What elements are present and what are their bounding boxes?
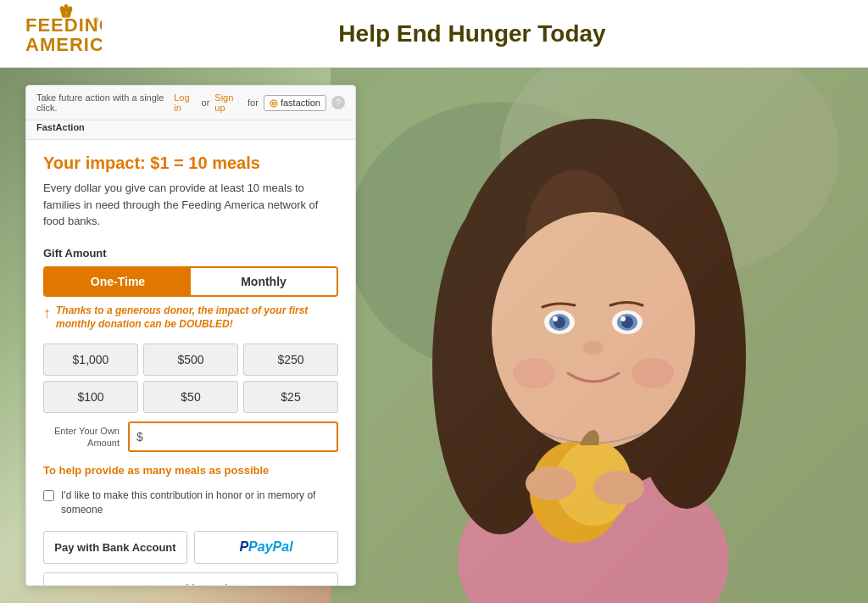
pay-bank-button[interactable]: Pay with Bank Account [43,531,187,564]
dollar-sign: $ [136,430,143,444]
login-link[interactable]: Log in [174,92,196,113]
help-button[interactable]: ? [331,96,345,109]
impact-desc: Every dollar you give can provide at lea… [43,180,338,230]
amount-btn-1000[interactable]: $1,000 [43,343,138,376]
amount-grid: $1,000 $500 $250 $100 $50 $25 [43,343,338,413]
svg-point-28 [583,341,604,355]
svg-point-32 [593,471,644,505]
fastaction-for: for [248,98,259,108]
svg-point-18 [513,358,555,388]
main-area: Take future action with a single click. … [0,68,868,603]
frequency-toggle: One-Time Monthly [43,266,338,297]
page-title: Help End Hunger Today [102,20,843,47]
amount-btn-25[interactable]: $25 [243,381,338,413]
payment-methods-row: Pay with Bank Account PPayPal [43,531,338,564]
custom-amount-row: Enter Your Own Amount $ [43,422,338,452]
svg-point-19 [632,358,674,388]
honor-memory-checkbox[interactable] [43,490,54,501]
svg-point-17 [492,212,695,449]
svg-point-23 [553,316,558,321]
gift-amount-label: Gift Amount [43,247,338,260]
fastaction-icon: ◎ [270,98,278,109]
form-content: Your impact: $1 = 10 meals Every dollar … [26,140,355,586]
pay-paypal-button[interactable]: PPayPal [194,531,338,564]
doubled-notice: ↑ Thanks to a generous donor, the impact… [43,304,338,332]
photo-illustration [331,68,868,603]
page-header: FEEDING ® AMERICA Help End Hunger Today [0,0,868,68]
amount-btn-500[interactable]: $500 [143,343,238,376]
custom-amount-input[interactable] [147,423,330,450]
svg-point-31 [526,466,576,500]
svg-text:®: ® [93,16,99,25]
svg-point-5 [64,4,69,11]
fastaction-badge-label: fastaction [281,98,320,108]
custom-amount-label: Enter Your Own Amount [43,425,128,449]
amount-btn-100[interactable]: $100 [43,381,138,413]
doubled-text: Thanks to a generous donor, the impact o… [56,304,338,332]
svg-point-27 [620,316,626,321]
honor-memory-row: I'd like to make this contribution in ho… [43,489,338,517]
monthly-toggle-btn[interactable]: Monthly [191,268,337,295]
paypal-logo: PPayPal [239,539,292,555]
fastaction-prompt-text: Take future action with a single click. [36,92,169,113]
pay-card-button[interactable]: Pay with Card [43,572,338,586]
fastaction-badge: ◎ fastaction [264,95,326,111]
paypal-text-icon: PayPal [248,539,292,554]
signup-link[interactable]: Sign up [214,92,242,113]
fastaction-bar: Take future action with a single click. … [26,86,355,120]
svg-text:FEEDING: FEEDING [25,14,102,36]
svg-text:AMERICA: AMERICA [25,34,102,55]
honor-memory-label: I'd like to make this contribution in ho… [61,489,338,517]
custom-amount-input-wrap: $ [128,422,338,452]
amount-btn-250[interactable]: $250 [243,343,338,376]
donation-form-panel: Take future action with a single click. … [25,85,356,586]
arrow-icon: ↑ [43,305,51,321]
logo-area: FEEDING ® AMERICA [25,4,102,63]
paypal-p-icon: P [239,539,248,554]
meals-text: To help provide as many meals as possibl… [43,464,338,477]
onetime-toggle-btn[interactable]: One-Time [45,268,191,295]
fastaction-or: or [202,98,210,108]
logo: FEEDING ® AMERICA [25,4,102,63]
fastaction-bold-label: FastAction [36,122,85,132]
impact-title: Your impact: $1 = 10 meals [43,154,338,173]
amount-btn-50[interactable]: $50 [143,381,238,413]
